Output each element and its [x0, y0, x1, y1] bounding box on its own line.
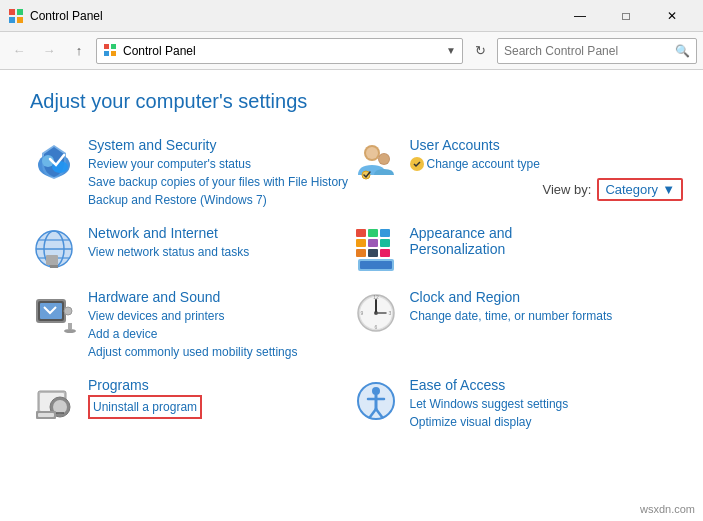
svg-rect-0	[9, 9, 15, 15]
refresh-button[interactable]: ↻	[467, 38, 493, 64]
appearance-content: Appearance andPersonalization	[410, 225, 513, 259]
hardware-link-2[interactable]: Add a device	[88, 325, 297, 343]
minimize-button[interactable]: —	[557, 0, 603, 32]
search-icon: 🔍	[675, 44, 690, 58]
view-by-label: View by:	[542, 182, 591, 197]
window-controls: — □ ✕	[557, 0, 695, 32]
svg-rect-6	[104, 51, 109, 56]
programs-title[interactable]: Programs	[88, 377, 202, 393]
svg-rect-31	[356, 249, 366, 257]
svg-point-14	[379, 154, 389, 164]
svg-text:6: 6	[374, 324, 377, 330]
ease-content: Ease of Access Let Windows suggest setti…	[410, 377, 569, 431]
page-title: Adjust your computer's settings	[30, 90, 673, 113]
svg-rect-33	[380, 249, 390, 257]
system-security-content: System and Security Review your computer…	[88, 137, 348, 209]
svg-rect-4	[104, 44, 109, 49]
user-accounts-link-1[interactable]: Change account type	[410, 155, 540, 176]
svg-point-41	[64, 329, 76, 333]
svg-rect-56	[38, 413, 54, 417]
svg-rect-2	[9, 17, 15, 23]
view-by-arrow: ▼	[662, 182, 675, 197]
category-programs: Programs Uninstall a program	[30, 369, 352, 439]
ease-icon	[352, 377, 400, 425]
forward-button[interactable]: →	[36, 38, 62, 64]
svg-rect-28	[356, 239, 366, 247]
svg-rect-40	[68, 323, 72, 329]
category-ease: Ease of Access Let Windows suggest setti…	[352, 369, 674, 439]
view-by-section: View by: Category ▼	[542, 178, 683, 201]
user-accounts-title[interactable]: User Accounts	[410, 137, 540, 153]
svg-rect-29	[368, 239, 378, 247]
watermark: wsxdn.com	[640, 503, 695, 515]
maximize-button[interactable]: □	[603, 0, 649, 32]
svg-rect-5	[111, 44, 116, 49]
clock-content: Clock and Region Change date, time, or n…	[410, 289, 613, 325]
system-security-link-1[interactable]: Review your computer's status	[88, 155, 348, 173]
svg-point-13	[366, 147, 378, 159]
network-icon	[30, 225, 78, 273]
programs-content: Programs Uninstall a program	[88, 377, 202, 419]
clock-title[interactable]: Clock and Region	[410, 289, 613, 305]
category-appearance: Appearance andPersonalization	[352, 217, 674, 281]
hardware-icon	[30, 289, 78, 337]
network-link-1[interactable]: View network status and tasks	[88, 243, 249, 261]
address-bar: ← → ↑ Control Panel ▼ ↻ 🔍	[0, 32, 703, 70]
up-button[interactable]: ↑	[66, 38, 92, 64]
search-input[interactable]	[504, 44, 675, 58]
address-field[interactable]: Control Panel ▼	[96, 38, 463, 64]
svg-rect-30	[380, 239, 390, 247]
svg-rect-24	[50, 265, 58, 268]
svg-rect-35	[360, 261, 392, 269]
clock-icon: 12 3 6 9	[352, 289, 400, 337]
system-security-title[interactable]: System and Security	[88, 137, 348, 153]
svg-rect-3	[17, 17, 23, 23]
svg-rect-23	[46, 255, 58, 265]
hardware-content: Hardware and Sound View devices and prin…	[88, 289, 297, 361]
address-text: Control Panel	[123, 44, 442, 58]
appearance-title[interactable]: Appearance andPersonalization	[410, 225, 513, 257]
hardware-link-3[interactable]: Adjust commonly used mobility settings	[88, 343, 297, 361]
category-hardware: Hardware and Sound View devices and prin…	[30, 281, 352, 369]
ease-link-2[interactable]: Optimize visual display	[410, 413, 569, 431]
svg-rect-7	[111, 51, 116, 56]
category-clock: 12 3 6 9 Clock and Region Change date, t…	[352, 281, 674, 369]
view-by-value: Category	[605, 182, 658, 197]
category-system-security: System and Security Review your computer…	[30, 129, 352, 217]
user-accounts-icon	[352, 137, 400, 185]
programs-link-1[interactable]: Uninstall a program	[88, 395, 202, 419]
svg-rect-26	[368, 229, 378, 237]
system-security-link-3[interactable]: Backup and Restore (Windows 7)	[88, 191, 348, 209]
svg-rect-25	[356, 229, 366, 237]
svg-rect-27	[380, 229, 390, 237]
network-title[interactable]: Network and Internet	[88, 225, 249, 241]
category-user-accounts: User Accounts Change account type	[352, 129, 674, 217]
close-button[interactable]: ✕	[649, 0, 695, 32]
back-button[interactable]: ←	[6, 38, 32, 64]
main-content: Adjust your computer's settings System a…	[0, 70, 703, 459]
ease-link-1[interactable]: Let Windows suggest settings	[410, 395, 569, 413]
svg-text:3: 3	[388, 310, 391, 316]
svg-text:12: 12	[373, 294, 379, 300]
user-accounts-content: User Accounts Change account type	[410, 137, 540, 176]
address-dropdown-arrow[interactable]: ▼	[446, 45, 456, 56]
network-content: Network and Internet View network status…	[88, 225, 249, 261]
app-icon	[8, 8, 24, 24]
ease-title[interactable]: Ease of Access	[410, 377, 569, 393]
address-bar-icon	[103, 43, 119, 59]
hardware-link-1[interactable]: View devices and printers	[88, 307, 297, 325]
svg-rect-1	[17, 9, 23, 15]
view-by-dropdown[interactable]: Category ▼	[597, 178, 683, 201]
search-box[interactable]: 🔍	[497, 38, 697, 64]
svg-point-39	[64, 307, 72, 315]
system-security-icon	[30, 137, 78, 185]
clock-link-1[interactable]: Change date, time, or number formats	[410, 307, 613, 325]
appearance-icon	[352, 225, 400, 273]
category-network: Network and Internet View network status…	[30, 217, 352, 281]
system-security-link-2[interactable]: Save backup copies of your files with Fi…	[88, 173, 348, 191]
hardware-title[interactable]: Hardware and Sound	[88, 289, 297, 305]
svg-rect-32	[368, 249, 378, 257]
svg-text:9: 9	[360, 310, 363, 316]
title-bar: Control Panel — □ ✕	[0, 0, 703, 32]
programs-icon	[30, 377, 78, 425]
